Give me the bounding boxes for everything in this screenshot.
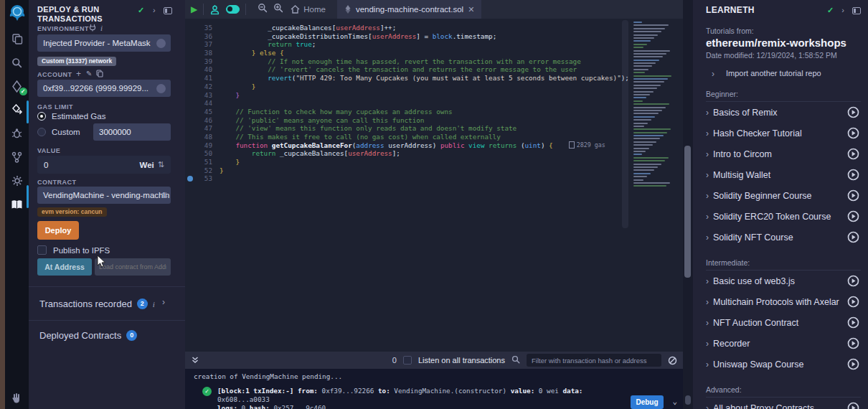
listen-transactions-checkbox[interactable]	[403, 356, 412, 365]
code-line[interactable]: 44	[185, 99, 683, 108]
ai-copilot-icon[interactable]	[209, 4, 220, 15]
transactions-info-icon[interactable]: i	[153, 300, 155, 309]
tutorial-item[interactable]: ›Recorder	[706, 333, 861, 354]
line-number[interactable]: 47	[185, 124, 212, 133]
file-explorer-icon[interactable]	[10, 32, 24, 46]
code-line[interactable]: 47 // 'view' means this function only re…	[185, 124, 683, 133]
tutorial-item[interactable]: ›Basics of Remix	[706, 102, 861, 123]
estimated-gas-radio[interactable]	[37, 112, 46, 121]
code-line[interactable]: 45 // Function to check how many cupcake…	[185, 108, 683, 116]
terminal-filter-input[interactable]	[527, 354, 661, 367]
line-number[interactable]: 45	[185, 108, 212, 116]
remix-logo[interactable]	[8, 4, 27, 22]
plugin-scrollbar[interactable]	[683, 0, 693, 409]
hand-icon[interactable]	[10, 392, 24, 406]
clear-console-icon[interactable]	[668, 356, 677, 365]
code-line[interactable]: 36 _cupcakeDistributionTimes[userAddress…	[185, 32, 683, 41]
zoom-out-icon[interactable]	[258, 3, 268, 16]
tutorial-item[interactable]: ›Multisig Wallet	[706, 164, 861, 185]
custom-gas-input[interactable]	[93, 123, 171, 141]
publish-ipfs-checkbox[interactable]	[37, 245, 47, 255]
code-line[interactable]: 50 return _cupcakeBalances[userAddress];	[185, 149, 683, 158]
code-line[interactable]: 37 return true;	[185, 40, 683, 49]
tutorial-item[interactable]: ›Solidity ERC20 Token Course	[706, 206, 861, 227]
code-line[interactable]: 38 } else {	[185, 49, 683, 57]
tab-vending-machine-contract[interactable]: vending-machine-contract.sol ✕	[337, 0, 481, 19]
tutorial-item[interactable]: ›All about Proxy Contracts	[706, 398, 861, 409]
tutorial-item[interactable]: ›Intro to Circom	[706, 144, 861, 164]
line-number[interactable]: 50	[185, 149, 212, 158]
source-control-icon[interactable]	[10, 150, 24, 164]
play-tutorial-icon[interactable]	[847, 210, 859, 222]
tutorial-item[interactable]: ›Solidity Beginner Course	[706, 185, 861, 206]
at-address-button[interactable]: At Address	[37, 258, 92, 276]
plug-icon[interactable]	[89, 24, 96, 32]
code-line[interactable]: 42 }	[185, 83, 683, 91]
deployed-contracts-row[interactable]: Deployed Contracts 0	[39, 330, 137, 341]
contract-select[interactable]: VendingMachine - vending-machin ⇅	[37, 187, 171, 204]
transactions-recorded-row[interactable]: Transactions recorded 2 i	[39, 298, 155, 309]
play-tutorial-icon[interactable]	[847, 402, 859, 409]
code-editor[interactable]: 35 _cupcakeBalances[userAddress]++;36 _c…	[185, 19, 683, 352]
play-tutorial-icon[interactable]	[847, 231, 859, 243]
code-line[interactable]: 49 function getCupcakeBalanceFor(address…	[185, 141, 683, 150]
solidity-compiler-icon[interactable]: ✓	[10, 79, 24, 93]
debugger-icon[interactable]	[10, 126, 24, 141]
line-number[interactable]: 35	[185, 24, 212, 32]
code-line[interactable]: 43 }	[185, 91, 683, 100]
settings-icon[interactable]	[10, 174, 24, 188]
line-number[interactable]: 41	[185, 74, 212, 83]
account-select[interactable]: 0xf39...92266 (9999.99929...	[37, 80, 171, 97]
tutorial-item[interactable]: ›Uniswap Swap Course	[706, 354, 861, 375]
tutorial-item[interactable]: ›Multichain Protocols with Axelar	[706, 291, 861, 312]
code-line[interactable]: 52}	[185, 166, 683, 175]
learneth-pin-icon[interactable]	[852, 7, 861, 14]
code-line[interactable]: 46 // 'public' means anyone can call thi…	[185, 116, 683, 125]
terminal-log[interactable]: creation of VendingMachine pending... ✓ …	[185, 369, 683, 409]
copilot-toggle[interactable]	[226, 5, 240, 14]
line-number[interactable]: 46	[185, 116, 212, 125]
tx-expand-icon[interactable]: ⌄	[672, 397, 677, 406]
line-number[interactable]: 40	[185, 65, 212, 74]
line-number[interactable]: 38	[185, 49, 212, 57]
custom-gas-option[interactable]: Custom	[37, 128, 80, 136]
search-icon[interactable]	[10, 55, 24, 70]
play-tutorial-icon[interactable]	[847, 189, 859, 202]
play-tutorial-icon[interactable]	[847, 358, 859, 370]
line-number[interactable]: 44	[185, 99, 212, 108]
play-tutorial-icon[interactable]	[847, 169, 859, 181]
scrollbar-thumb-bottom[interactable]	[685, 395, 691, 405]
learneth-collapse-icon[interactable]: ›	[841, 6, 844, 14]
collapse-panel-icon[interactable]: ›	[153, 6, 156, 14]
play-tutorial-icon[interactable]	[847, 106, 859, 118]
play-tutorial-icon[interactable]	[847, 275, 859, 287]
value-amount[interactable]: 0	[44, 161, 48, 169]
tutorial-item[interactable]: ›Hash Checker Tutorial	[706, 123, 861, 144]
line-number[interactable]: 39	[185, 57, 212, 66]
import-tutorial-repo[interactable]: › Import another tutorial repo	[712, 69, 861, 79]
line-number[interactable]: 52	[185, 166, 212, 175]
code-line[interactable]: 51 }	[185, 158, 683, 166]
play-tutorial-icon[interactable]	[847, 127, 859, 139]
copy-account-icon[interactable]	[96, 70, 103, 77]
play-tutorial-icon[interactable]	[847, 337, 859, 349]
scrollbar-thumb[interactable]	[684, 146, 691, 278]
environment-select[interactable]: Injected Provider - MetaMask	[37, 34, 171, 52]
home-tab[interactable]: Home	[291, 5, 326, 14]
unit-stepper-icon[interactable]: ⇅	[158, 160, 164, 169]
transaction-log-entry[interactable]: ✓ [block:1 txIndex:-] from: 0xf39...9226…	[194, 387, 683, 409]
tutorial-item[interactable]: ›Solidity NFT Course	[706, 227, 861, 248]
play-tutorial-icon[interactable]	[847, 296, 859, 308]
transactions-expand-icon[interactable]: ›	[162, 297, 165, 307]
estimated-gas-option[interactable]: Estimated Gas	[37, 112, 105, 121]
code-line[interactable]: 41 revert("HTTP 429: Too Many Cupcakes (…	[185, 74, 683, 83]
tutorial-item[interactable]: ›Basic use of web3.js	[706, 271, 861, 291]
code-line[interactable]: 53	[185, 174, 683, 183]
code-line[interactable]: 40 // 'revert' cancels the transaction a…	[185, 65, 683, 74]
tab-close-icon[interactable]: ✕	[468, 5, 474, 14]
zoom-in-icon[interactable]	[273, 3, 283, 16]
learneth-plugin-icon[interactable]	[10, 197, 24, 212]
line-number[interactable]: 37	[185, 40, 212, 49]
code-line[interactable]: 48 // This makes it free to call (no gas…	[185, 133, 683, 141]
pin-panel-icon[interactable]	[164, 7, 172, 14]
